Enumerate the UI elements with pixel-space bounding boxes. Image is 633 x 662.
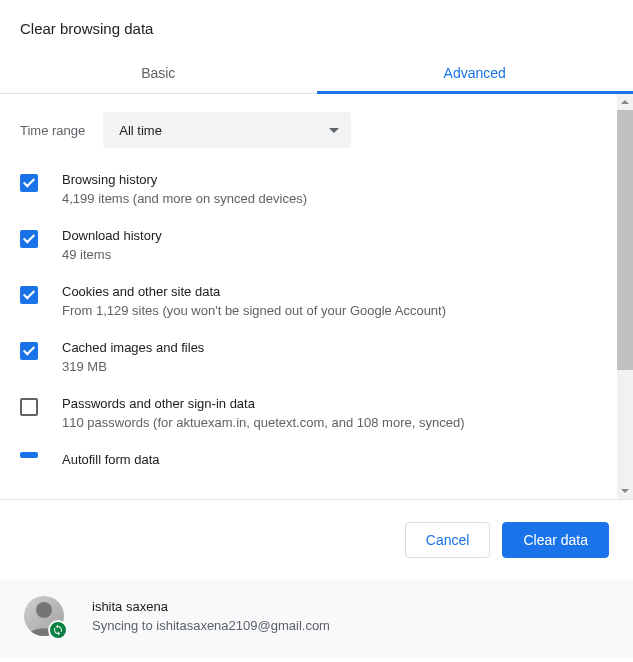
item-passwords: Passwords and other sign-in data 110 pas…	[20, 396, 613, 430]
dialog-footer: Cancel Clear data	[0, 500, 633, 580]
dialog-title: Clear browsing data	[0, 0, 633, 53]
item-autofill: Autofill form data	[20, 452, 613, 467]
time-range-value: All time	[119, 123, 162, 138]
item-download-history: Download history 49 items	[20, 228, 613, 262]
item-desc: 4,199 items (and more on synced devices)	[62, 191, 307, 206]
item-cookies: Cookies and other site data From 1,129 s…	[20, 284, 613, 318]
scrollbar-thumb[interactable]	[617, 110, 633, 370]
item-browsing-history: Browsing history 4,199 items (and more o…	[20, 172, 613, 206]
tab-basic[interactable]: Basic	[0, 53, 317, 93]
item-desc: 319 MB	[62, 359, 204, 374]
scroll-down-icon[interactable]	[617, 483, 633, 499]
svg-point-0	[36, 602, 52, 618]
time-range-label: Time range	[20, 123, 85, 138]
item-title: Browsing history	[62, 172, 307, 187]
item-desc: 49 items	[62, 247, 162, 262]
time-range-select[interactable]: All time	[103, 112, 351, 148]
item-desc: From 1,129 sites (you won't be signed ou…	[62, 303, 446, 318]
time-range-row: Time range All time	[20, 112, 613, 148]
tab-advanced[interactable]: Advanced	[317, 53, 634, 93]
checkbox-browsing-history[interactable]	[20, 174, 38, 192]
cancel-button[interactable]: Cancel	[405, 522, 491, 558]
item-title: Passwords and other sign-in data	[62, 396, 464, 411]
item-title: Cached images and files	[62, 340, 204, 355]
clear-data-button[interactable]: Clear data	[502, 522, 609, 558]
avatar	[24, 596, 64, 636]
item-desc: 110 passwords (for aktuexam.in, quetext.…	[62, 415, 464, 430]
checkbox-download-history[interactable]	[20, 230, 38, 248]
checkbox-cached[interactable]	[20, 342, 38, 360]
scroll-area: Time range All time Browsing history 4,1…	[0, 94, 633, 500]
item-title: Autofill form data	[62, 452, 160, 467]
tabs: Basic Advanced	[0, 53, 633, 94]
account-status: Syncing to ishitasaxena2109@gmail.com	[92, 618, 330, 633]
scroll-up-icon[interactable]	[617, 94, 633, 110]
checkbox-autofill[interactable]	[20, 452, 38, 458]
sync-icon	[48, 620, 68, 640]
clear-browsing-data-dialog: Clear browsing data Basic Advanced Time …	[0, 0, 633, 658]
checkbox-passwords[interactable]	[20, 398, 38, 416]
item-title: Cookies and other site data	[62, 284, 446, 299]
item-cached: Cached images and files 319 MB	[20, 340, 613, 374]
scrollbar[interactable]	[617, 94, 633, 499]
checkbox-cookies[interactable]	[20, 286, 38, 304]
account-row: ishita saxena Syncing to ishitasaxena210…	[0, 580, 633, 658]
item-title: Download history	[62, 228, 162, 243]
account-name: ishita saxena	[92, 599, 330, 614]
chevron-down-icon	[329, 128, 339, 133]
